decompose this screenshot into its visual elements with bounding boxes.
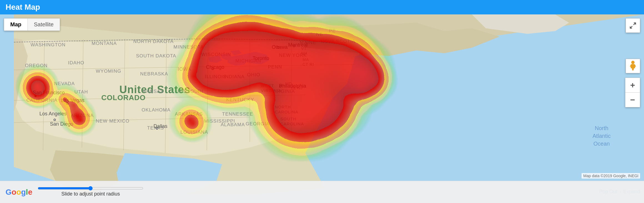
zoom-out-button[interactable]: − (625, 93, 640, 107)
zoom-in-button[interactable]: + (625, 78, 640, 92)
map-type-buttons: Map Satellite (4, 18, 60, 31)
slider-label: Slide to adjust point radius (61, 191, 120, 197)
google-logo: Google (6, 188, 32, 197)
zoom-controls: + − (625, 78, 640, 107)
bottom-controls: Google Slide to adjust point radius (0, 181, 644, 203)
map-container: United States WASHINGTON OREGON CALIFORN… (0, 14, 644, 203)
svg-rect-1 (0, 14, 14, 203)
map-attribution: Map data ©2019 Google, INEGI (582, 173, 640, 179)
radius-slider[interactable] (38, 187, 143, 189)
page-title: Heat Map (6, 3, 40, 12)
map-button[interactable]: Map (4, 19, 27, 31)
fullscreen-button[interactable] (626, 18, 640, 33)
map-svg (0, 14, 644, 203)
pegman-button[interactable] (626, 59, 640, 73)
radius-slider-container: Slide to adjust point radius (38, 187, 143, 197)
header: Heat Map (0, 0, 644, 14)
svg-point-14 (631, 61, 635, 64)
attribution-text: Map data ©2019 Google, INEGI (583, 174, 638, 178)
north-atlantic-label: NorthAtlanticOcean (592, 124, 611, 148)
satellite-button[interactable]: Satellite (28, 19, 60, 31)
app: Heat Map (0, 0, 644, 203)
